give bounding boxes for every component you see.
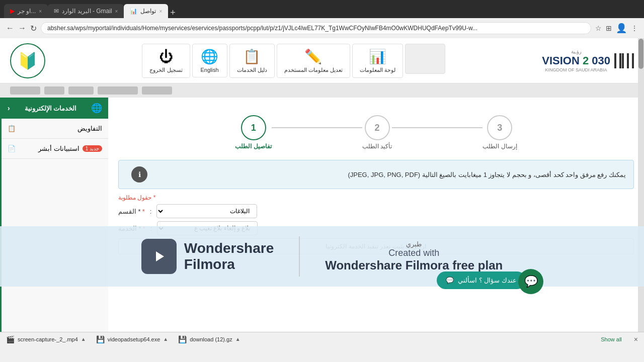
nav-blur-1 [10,86,40,95]
colon-1: : [150,208,152,215]
chat-button[interactable]: عندك سؤال ؟ اسألني 💬 [437,272,526,289]
header-nav-icons: ⏻ تسجيل الخروج 🌐 English 📋 دليل الخدمات … [142,44,445,78]
logout-button[interactable]: ⏻ تسجيل الخروج [142,44,190,78]
download-icon-1: 💾 [96,335,105,343]
main-content: 3 إرسال الطلب 2 تأكيد الطلب 1 [108,98,644,332]
created-area: طبري Created with Wondershare Filmora fr… [325,240,503,273]
negotiations-label: التفاويض [77,125,102,132]
tab-active[interactable]: 📊 تواصل × [124,4,168,18]
surveys-badge: جديد 1 [83,145,102,152]
download-name-1: videopadsetup64.exe [108,336,160,342]
dashboard-button[interactable]: 📊 لوحة المعلومات [352,44,403,78]
step-3-number: 3 [497,123,502,133]
edit-info-button[interactable]: ✏️ تعديل معلومات المستخدم [277,44,350,78]
tab-youtube-favicon: ▶ [10,8,15,15]
logout-label: تسجيل الخروج [149,67,182,73]
sidebar-collapse-icon[interactable]: ‹ [8,104,10,112]
download-item-2[interactable]: 💾 download (12).gz ▲ [178,335,240,343]
logo-emblem: 🔰 [18,51,38,70]
services-guide-button[interactable]: 📋 دليل الخدمات [229,44,275,78]
tab-gmail[interactable]: ✉ البريد الوارد - Gmail × [48,4,124,18]
tab-active-favicon: 📊 [130,8,137,15]
chat-circle-icon: 💬 [524,275,538,288]
refresh-button[interactable]: ↻ [30,24,37,33]
chat-icon: 💬 [446,277,454,284]
filmora-product: Filmora [184,256,274,273]
step-1-circle: 1 [241,115,266,140]
step-2-item: 2 تأكيد الطلب [362,115,392,150]
guide-label: دليل الخدمات [237,67,267,73]
chat-circle-button[interactable]: 💬 [518,269,543,294]
filmora-brand: Wondershare [184,240,274,256]
scroll-indicator[interactable] [638,38,644,332]
back-button[interactable]: ← [6,24,14,33]
nav-blur-2 [44,86,64,95]
surveys-icon: 📄 [8,145,16,152]
info-symbol: ℹ [138,170,141,178]
tab-gmail-label: البريد الوارد - Gmail [62,8,112,15]
tab-gmail-close[interactable]: × [115,9,118,14]
english-button[interactable]: 🌐 English [192,44,227,77]
vision-year: 2 [583,54,589,67]
step-3-item: 3 إرسال الطلب [482,115,517,150]
watermark-overlay: Wondershare Filmora طبري Created with Wo… [0,226,644,287]
required-note: * حقول مطلوبة [118,194,634,201]
nav-blur-3 [68,86,94,95]
extensions-icon[interactable]: ⊞ [606,24,612,32]
site-logo: 🔰 [10,43,45,78]
tab-active-close[interactable]: × [159,9,162,14]
download-name-2: download (12).gz [190,336,232,342]
logo-area: 🔰 [10,43,45,78]
created-with-text: Created with [325,248,503,258]
dashboard-icon: 📊 [369,48,386,65]
download-item-1[interactable]: 💾 videopadsetup64.exe ▲ [96,335,169,343]
section-select[interactable]: البلاغات [156,204,257,218]
tab-bar: ▶ او جر... × ✉ البريد الوارد - Gmail × 📊… [0,0,644,18]
divider [299,236,300,277]
right-sidebar: 🌐 الخدمات الإلكترونية ‹ التفاويض 📋 جديد … [0,98,108,332]
bookmark-icon[interactable]: ☆ [595,24,602,32]
filmora-icon [141,239,177,274]
menu-icon[interactable]: ⋮ [631,24,638,32]
filmora-logo-area: Wondershare Filmora [141,239,274,274]
forward-button[interactable]: → [18,24,26,33]
download-item-0[interactable]: 🎬 screen-capture-_2_.mp4 ▲ [6,335,86,343]
extra-nav-item [405,44,445,74]
close-download-bar-button[interactable]: × [634,335,638,343]
step-line-3-2 [392,127,482,128]
profile-icon[interactable]: 👤 [616,23,627,34]
english-label: English [200,67,218,73]
show-all-button[interactable]: Show all [601,336,622,342]
step-3-circle: 3 [487,115,512,140]
download-bar: 🎬 screen-capture-_2_.mp4 ▲ 💾 videopadset… [0,332,644,346]
created-plan-text: Wondershare Filmora free plan [325,258,503,273]
section-label: * القسم [118,208,145,215]
sidebar-header-icon: 🌐 [91,103,102,114]
sidebar-item-surveys[interactable]: جديد 1 استبيانات أبشر 📄 [2,139,108,159]
tab-youtube-close[interactable]: × [39,9,42,14]
page-content: 🔰 ⏻ تسجيل الخروج 🌐 English 📋 دليل الخدما… [0,38,644,332]
chat-label: عندك سؤال ؟ اسألني [458,277,517,284]
alert-box: يمكنك رفع مرفق واحد كحد أقصى، و بحجم لا … [118,160,634,189]
tab-active-label: تواصل [140,8,156,15]
vision-sub: رؤـية [542,49,610,54]
main-layout: 🌐 الخدمات الإلكترونية ‹ التفاويض 📋 جديد … [0,98,644,332]
download-arrow-0[interactable]: ▲ [81,336,86,342]
new-tab-button[interactable]: + [170,8,176,18]
download-arrow-2[interactable]: ▲ [235,336,240,342]
barcode-image [614,53,634,68]
scroll-thumb [638,39,643,69]
step-1-number: 1 [251,123,256,133]
tab-youtube[interactable]: ▶ او جر... × [4,4,48,18]
step-2-label: تأكيد الطلب [362,143,392,150]
vision-word: VISION [542,54,583,67]
tab-youtube-label: او جر... [18,8,36,15]
browser-window: ▶ او جر... × ✉ البريد الوارد - Gmail × 📊… [0,0,644,346]
url-input[interactable] [41,22,591,34]
edit-label: تعديل معلومات المستخدم [284,67,343,73]
sidebar-item-negotiations[interactable]: التفاويض 📋 [2,119,108,139]
tab-gmail-favicon: ✉ [54,8,59,15]
download-arrow-1[interactable]: ▲ [163,336,168,342]
sidebar-title: الخدمات الإلكترونية [25,105,77,112]
step-3-label: إرسال الطلب [482,143,517,150]
